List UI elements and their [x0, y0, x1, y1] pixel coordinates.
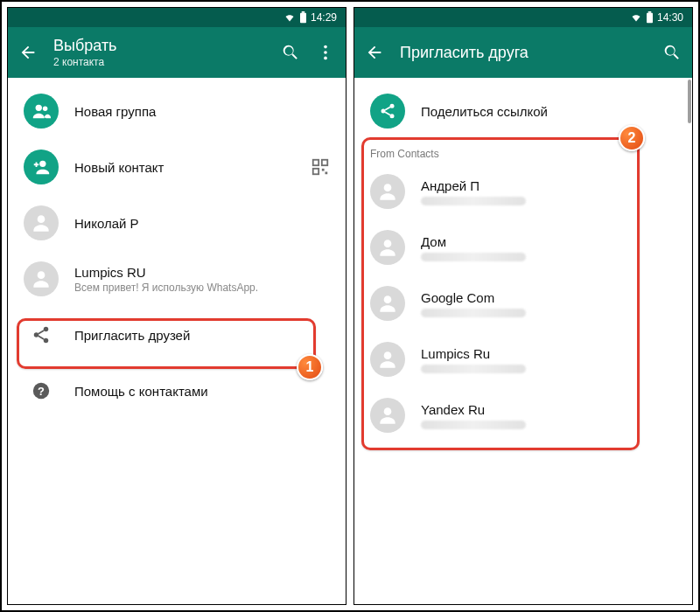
- svg-point-28: [384, 351, 392, 359]
- contact-name: Дом: [421, 234, 676, 249]
- contact-row[interactable]: Lumpics RU Всем привет! Я использую What…: [8, 251, 346, 307]
- svg-point-6: [43, 107, 48, 112]
- scrollbar[interactable]: [688, 80, 691, 123]
- appbar: Выбрать 2 контакта: [8, 27, 346, 78]
- avatar-icon: [24, 261, 59, 296]
- appbar: Пригласить друга: [354, 27, 692, 78]
- contact-name: Николай Р: [74, 216, 330, 231]
- battery-icon: [646, 11, 654, 24]
- contact-list[interactable]: Новая группа Новый контакт Николай Р: [8, 78, 346, 604]
- battery-icon: [299, 11, 307, 24]
- svg-point-15: [44, 327, 49, 332]
- help-icon: ?: [24, 373, 59, 408]
- statusbar: 14:29: [8, 8, 346, 27]
- svg-point-13: [38, 215, 46, 223]
- appbar-titles: Пригласить друга: [400, 44, 647, 62]
- statusbar: 14:30: [354, 8, 692, 27]
- share-link-row[interactable]: Поделиться ссылкой: [354, 83, 692, 139]
- status-time: 14:29: [311, 11, 337, 24]
- svg-text:?: ?: [38, 385, 45, 398]
- appbar-titles: Выбрать 2 контакта: [53, 37, 265, 68]
- section-header: From Contacts: [354, 139, 692, 163]
- invite-contact-row[interactable]: Yandex Ru: [354, 387, 692, 443]
- svg-rect-11: [322, 169, 325, 171]
- invite-contact-row[interactable]: Lumpics Ru: [354, 331, 692, 387]
- more-icon[interactable]: [316, 43, 335, 62]
- row-label: Новый контакт: [74, 160, 295, 175]
- appbar-subtitle: 2 контакта: [53, 56, 265, 68]
- search-icon[interactable]: [281, 43, 300, 62]
- phone-left: 14:29 Выбрать 2 контакта: [7, 7, 346, 605]
- invite-list[interactable]: Поделиться ссылкой From Contacts Андрей …: [354, 78, 692, 604]
- contact-phone-blurred: [421, 197, 526, 205]
- add-person-icon: [24, 150, 59, 184]
- contact-phone-blurred: [421, 253, 526, 261]
- search-icon[interactable]: [662, 43, 682, 62]
- avatar-icon: [370, 342, 405, 377]
- new-contact-row[interactable]: Новый контакт: [8, 139, 346, 195]
- contact-status: Всем привет! Я использую WhatsApp.: [74, 282, 330, 294]
- contact-name: Lumpics Ru: [421, 346, 676, 361]
- svg-rect-9: [322, 160, 327, 165]
- svg-point-16: [34, 332, 39, 337]
- svg-point-27: [384, 296, 392, 303]
- tutorial-frame: 14:29 Выбрать 2 контакта: [0, 0, 700, 612]
- invite-contact-row[interactable]: Андрей П: [354, 163, 692, 219]
- svg-rect-8: [313, 160, 318, 165]
- row-label: Пригласить друзей: [74, 328, 330, 343]
- contact-name: Yandex Ru: [421, 402, 676, 417]
- wifi-icon: [284, 12, 296, 23]
- invite-contact-row[interactable]: Google Com: [354, 275, 692, 331]
- wifi-icon: [630, 12, 642, 23]
- contact-phone-blurred: [421, 309, 526, 317]
- share-icon: [370, 94, 405, 129]
- svg-rect-12: [326, 172, 328, 175]
- svg-point-2: [324, 45, 327, 49]
- svg-point-14: [38, 271, 46, 279]
- status-time: 14:30: [657, 11, 683, 24]
- svg-point-5: [36, 105, 42, 111]
- avatar-icon: [370, 286, 405, 321]
- avatar-icon: [370, 398, 405, 433]
- contacts-help-row[interactable]: ? Помощь с контактами: [8, 363, 346, 419]
- svg-point-3: [324, 51, 327, 54]
- back-icon[interactable]: [18, 43, 38, 62]
- back-icon[interactable]: [365, 43, 384, 62]
- row-label: Поделиться ссылкой: [421, 104, 676, 119]
- svg-point-4: [324, 57, 327, 60]
- contact-name: Google Com: [421, 290, 676, 305]
- contact-row[interactable]: Николай Р: [8, 195, 346, 251]
- group-icon: [24, 94, 59, 129]
- svg-point-24: [390, 114, 395, 118]
- svg-rect-10: [313, 169, 318, 174]
- new-group-row[interactable]: Новая группа: [8, 83, 346, 139]
- appbar-title: Выбрать: [53, 37, 265, 55]
- row-label: Помощь с контактами: [74, 384, 330, 399]
- contact-phone-blurred: [421, 421, 526, 429]
- svg-rect-0: [300, 13, 306, 23]
- phone-right: 14:30 Пригласить друга Поделиться ссыл: [354, 7, 693, 605]
- svg-point-29: [384, 407, 392, 415]
- svg-point-7: [39, 161, 46, 167]
- svg-point-22: [390, 104, 395, 108]
- share-icon: [24, 317, 59, 352]
- svg-rect-20: [647, 13, 653, 23]
- svg-point-25: [384, 184, 392, 191]
- svg-rect-1: [302, 11, 305, 13]
- invite-contact-row[interactable]: Дом: [354, 219, 692, 275]
- svg-point-26: [384, 240, 392, 247]
- svg-point-23: [382, 109, 386, 114]
- svg-rect-21: [648, 11, 652, 13]
- invite-friends-row[interactable]: Пригласить друзей: [8, 307, 346, 363]
- svg-point-17: [44, 338, 49, 344]
- avatar-icon: [370, 174, 405, 209]
- contact-name: Андрей П: [421, 178, 676, 193]
- avatar-icon: [24, 205, 59, 240]
- avatar-icon: [370, 230, 405, 265]
- contact-phone-blurred: [421, 365, 526, 373]
- qr-icon[interactable]: [311, 157, 330, 177]
- row-label: Новая группа: [74, 104, 330, 119]
- appbar-title: Пригласить друга: [400, 44, 647, 62]
- contact-name: Lumpics RU: [74, 265, 330, 280]
